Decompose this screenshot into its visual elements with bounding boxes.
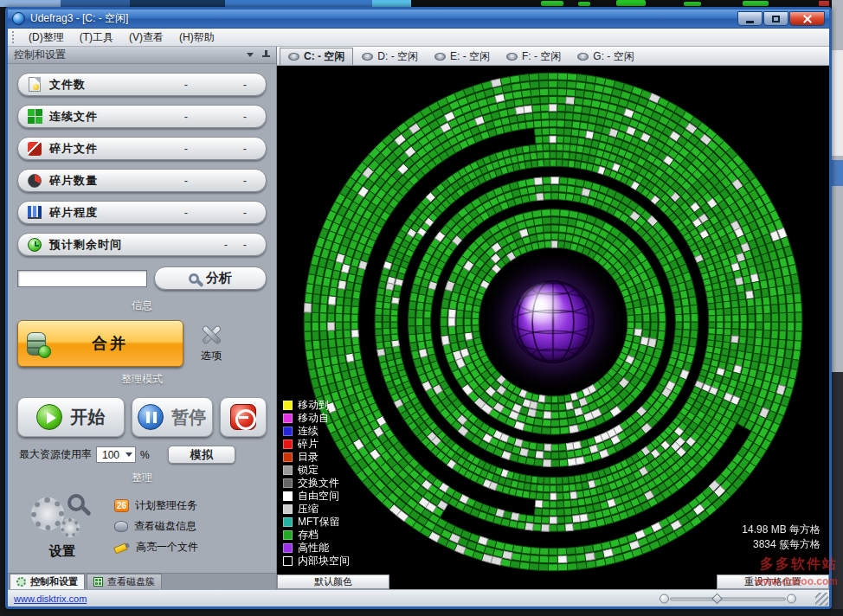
gear-icon bbox=[16, 577, 26, 587]
background-bottom-strip bbox=[0, 609, 843, 616]
legend-swatch bbox=[283, 556, 293, 566]
menu-tools[interactable]: (T)工具 bbox=[72, 29, 121, 47]
titlebar[interactable]: Udefrag3 - [C: - 空闲] bbox=[8, 10, 829, 29]
fragmentation-level-icon bbox=[28, 206, 42, 219]
app-icon bbox=[12, 12, 25, 25]
legend-item: 内部块空间 bbox=[283, 555, 350, 568]
stat-fragmented-files[interactable]: 碎片文件 - - bbox=[17, 137, 267, 160]
legend-swatch bbox=[283, 517, 293, 527]
background-fragment bbox=[832, 372, 843, 609]
schedule-tasks-item[interactable]: 26 计划整理任务 bbox=[114, 498, 267, 513]
minimize-button[interactable] bbox=[737, 11, 763, 26]
legend-item: 移动自 bbox=[283, 412, 350, 425]
merge-button[interactable]: 合并 bbox=[17, 320, 183, 367]
background-right-sliver bbox=[832, 0, 843, 616]
disk-icon bbox=[362, 53, 373, 61]
files-icon bbox=[29, 77, 41, 92]
percent-label: % bbox=[140, 449, 150, 461]
maximize-button[interactable] bbox=[763, 11, 788, 26]
drive-tab-f[interactable]: F: - 空闲 bbox=[499, 48, 569, 65]
mode-section-label: 整理模式 bbox=[8, 372, 276, 387]
pause-button-label: 暂停 bbox=[171, 406, 206, 429]
stat-contiguous-files[interactable]: 连续文件 - - bbox=[17, 105, 267, 128]
drive-tab-d[interactable]: D: - 空闲 bbox=[354, 48, 426, 65]
menu-defrag[interactable]: (D)整理 bbox=[21, 29, 72, 47]
magnifier-icon bbox=[68, 494, 85, 511]
background-fragment bbox=[541, 1, 563, 6]
background-fragment bbox=[616, 0, 646, 6]
default-colors-button[interactable]: 默认颜色 bbox=[277, 574, 389, 589]
stats-list: 文件数 - - 连续文件 - - 碎片文件 - - bbox=[8, 64, 276, 265]
sidebar-panel: 控制和设置 文件数 - - 连续文件 - - bbox=[8, 47, 277, 589]
slider-thumb[interactable] bbox=[711, 593, 723, 604]
options-button[interactable]: 选项 bbox=[199, 324, 223, 363]
sidebar-tabs: 控制和设置 查看磁盘簇 bbox=[8, 573, 276, 589]
tab-view-clusters[interactable]: 查看磁盘簇 bbox=[87, 574, 162, 589]
legend-item: 碎片 bbox=[283, 438, 350, 451]
background-fragment bbox=[684, 2, 701, 6]
legend-item: 锁定 bbox=[283, 464, 350, 477]
tab-control-settings[interactable]: 控制和设置 bbox=[10, 574, 85, 589]
time-remaining-icon bbox=[28, 238, 42, 252]
resize-grip[interactable] bbox=[815, 593, 828, 606]
legend-item: 压缩 bbox=[283, 503, 350, 516]
stop-button[interactable] bbox=[220, 397, 267, 437]
legend-item: 连续 bbox=[283, 425, 350, 438]
disk-icon bbox=[434, 53, 446, 61]
highlight-file-item[interactable]: 高亮一个文件 bbox=[114, 540, 267, 555]
drive-tab-g[interactable]: G: - 空闲 bbox=[570, 48, 641, 65]
settings-button[interactable]: 设置 bbox=[17, 494, 107, 560]
legend-swatch bbox=[283, 452, 293, 462]
close-button[interactable] bbox=[789, 11, 825, 26]
reset-blocks-button[interactable]: 重设方格位置 bbox=[717, 574, 829, 589]
stat-time-remaining[interactable]: 预计剩余时间 - - bbox=[17, 233, 267, 256]
info-section-label: 信息 bbox=[8, 298, 276, 313]
app-window: Udefrag3 - [C: - 空闲] (D)整理 (T)工具 (V)查看 (… bbox=[5, 7, 832, 609]
stat-fragment-count[interactable]: 碎片数量 - - bbox=[17, 169, 267, 192]
legend-item: 目录 bbox=[283, 451, 350, 464]
background-top-strip bbox=[0, 0, 843, 7]
stop-icon bbox=[230, 404, 256, 430]
menubar: (D)整理 (T)工具 (V)查看 (H)帮助 bbox=[8, 29, 829, 47]
analyze-input[interactable] bbox=[17, 270, 147, 287]
start-button[interactable]: 开始 bbox=[17, 397, 125, 437]
stat-file-count[interactable]: 文件数 - - bbox=[17, 73, 267, 96]
legend-item: 高性能 bbox=[283, 542, 350, 555]
pin-icon[interactable] bbox=[261, 50, 270, 60]
highlighter-icon bbox=[114, 542, 130, 554]
merge-button-label: 合并 bbox=[46, 333, 174, 354]
slider-right-button[interactable] bbox=[787, 594, 796, 603]
analyze-button-label: 分析 bbox=[206, 270, 232, 286]
clusters-icon bbox=[93, 577, 103, 587]
resource-spinner[interactable]: 100 bbox=[96, 446, 136, 463]
slider-track[interactable] bbox=[670, 597, 786, 600]
options-label: 选项 bbox=[201, 349, 222, 363]
disk-info-item[interactable]: 查看磁盘信息 bbox=[114, 519, 267, 534]
background-fragment bbox=[578, 2, 590, 6]
database-icon bbox=[27, 332, 46, 356]
main-area: C: - 空闲 D: - 空闲 E: - 空闲 F: - 空闲 G: - 空闲 bbox=[277, 47, 829, 589]
maximize-icon bbox=[772, 16, 780, 22]
fragment-count-icon bbox=[28, 174, 42, 188]
background-fragment bbox=[819, 1, 829, 6]
viz-bottom-bar: 默认颜色 重设方格位置 bbox=[277, 574, 829, 589]
zoom-slider[interactable] bbox=[660, 593, 796, 604]
disktrix-link[interactable]: www.disktrix.com bbox=[14, 594, 87, 604]
disk-canvas[interactable] bbox=[277, 66, 829, 574]
pause-button[interactable]: 暂停 bbox=[132, 397, 213, 437]
drive-tab-c[interactable]: C: - 空闲 bbox=[280, 48, 353, 65]
close-icon bbox=[803, 15, 812, 23]
panel-header: 控制和设置 bbox=[8, 47, 276, 64]
chevron-down-icon[interactable] bbox=[247, 53, 254, 57]
simulate-button[interactable]: 模拟 bbox=[168, 446, 235, 464]
drive-tab-e[interactable]: E: - 空闲 bbox=[427, 48, 498, 65]
legend-swatch bbox=[283, 427, 293, 436]
stat-fragmentation-level[interactable]: 碎片程度 - - bbox=[17, 201, 267, 224]
menu-view[interactable]: (V)查看 bbox=[121, 29, 171, 47]
slider-left-button[interactable] bbox=[660, 594, 669, 603]
legend-swatch bbox=[283, 543, 293, 553]
menu-help[interactable]: (H)帮助 bbox=[171, 29, 222, 47]
analyze-button[interactable]: 分析 bbox=[154, 266, 267, 290]
legend: 移动到 移动自 连续 碎片 目录 锁定 交换文件 自由空间 压缩 MFT保留 存… bbox=[283, 399, 350, 568]
window-title: Udefrag3 - [C: - 空闲] bbox=[30, 11, 732, 26]
